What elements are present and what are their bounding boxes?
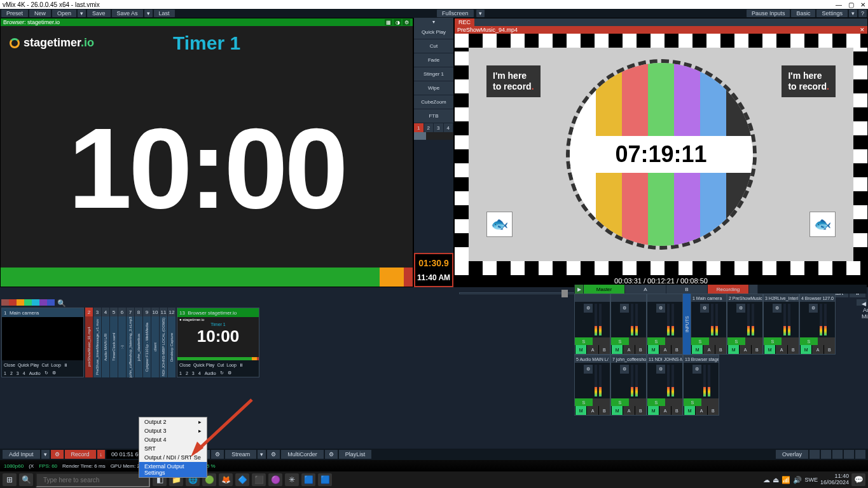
mixer-channel[interactable]: ⚙SMAB	[647, 294, 683, 355]
input-ov-2[interactable]: 2	[186, 371, 188, 376]
input-loop[interactable]: Loop	[226, 363, 237, 367]
save-button[interactable]: Save	[87, 10, 111, 17]
input-ov-3[interactable]: 3	[192, 371, 195, 376]
playlist-gear-icon[interactable]: ⚙	[325, 450, 338, 459]
playlist-button[interactable]: PlayList	[339, 450, 372, 459]
taskbar-clock[interactable]: 11:40 16/06/2024	[820, 473, 849, 486]
input-ov-2[interactable]: 2	[10, 371, 13, 376]
view-5-icon[interactable]	[855, 450, 865, 459]
menu-output-3[interactable]: Output 3▸	[139, 426, 207, 435]
channel-gear-icon[interactable]: ⚙	[584, 365, 593, 374]
multicorder-gear-icon[interactable]: ⚙	[267, 450, 280, 459]
mixer-channel[interactable]: ⚙SMAB	[610, 294, 647, 355]
mixer-channel[interactable]: 4 Browser 127.0⚙SMAB	[799, 294, 836, 355]
fullscreen-button[interactable]: Fullscreen	[437, 10, 474, 17]
channel-gear-icon[interactable]: ⚙	[736, 304, 745, 313]
app3-icon[interactable]: ✳	[285, 473, 299, 486]
mixer-channel[interactable]: 7 john_coffeesho⚙SMAB	[610, 355, 647, 416]
input-pause-icon[interactable]: ⏸	[64, 363, 68, 367]
menu-output-ndi-srt[interactable]: Output / NDI / SRT Se	[139, 453, 207, 462]
input-strip-12[interactable]: 12Desktop Capture	[168, 308, 176, 377]
channel-gear-icon[interactable]: ⚙	[584, 304, 593, 313]
view-1-icon[interactable]	[809, 450, 820, 459]
swatch[interactable]	[24, 299, 32, 306]
tray-volume-icon[interactable]: 🔊	[793, 476, 802, 484]
input-ov-1[interactable]: 1	[179, 371, 182, 376]
add-input-button[interactable]: Add Input	[3, 450, 40, 459]
open-dropdown-icon[interactable]: ▾	[78, 10, 86, 17]
record-button[interactable]: Record	[65, 450, 96, 459]
input-strip-3[interactable]: 3PreShow_timerMessage_v1.mov	[93, 308, 101, 377]
tray-icon[interactable]: ⏏	[773, 476, 779, 484]
vmix-icon[interactable]: 🟦	[318, 473, 332, 486]
input-close[interactable]: Close	[4, 363, 15, 367]
search-icon[interactable]: 🔍	[57, 299, 65, 306]
app2-icon[interactable]: 🟣	[268, 473, 282, 486]
mixer-expand-icon[interactable]: ▶	[574, 285, 583, 294]
menu-external-settings[interactable]: External Output Settings	[139, 462, 207, 477]
preview-close-icon[interactable]: ▦	[385, 19, 392, 25]
input-ov-4[interactable]: 4	[23, 371, 25, 376]
input-strip-4[interactable]: 4Audio MAIN L/R	[102, 308, 109, 377]
app4-icon[interactable]: 🟦	[301, 473, 315, 486]
saveas-button[interactable]: Save As	[112, 10, 143, 17]
search-icon[interactable]: 🔍	[19, 473, 33, 486]
program-close-icon[interactable]: ✕	[860, 27, 865, 33]
preview-gear-icon[interactable]: ⚙	[403, 19, 410, 25]
mixer-channel[interactable]: 3 H2RLive_Interl⚙SMAB	[763, 294, 799, 355]
maximize-icon[interactable]: ▢	[848, 1, 854, 8]
taskbar-search[interactable]	[36, 473, 150, 487]
input-strip-11[interactable]: 11NDI JOHNS-MBP LOCAL (OOMS)	[160, 308, 167, 377]
record-gear-icon[interactable]: ⚙	[51, 450, 64, 459]
tray-network-icon[interactable]: 📶	[782, 476, 790, 484]
fullscreen-dropdown-icon[interactable]: ▾	[476, 10, 485, 17]
input-audio[interactable]: Audio	[205, 371, 216, 376]
new-button[interactable]: New	[29, 10, 51, 17]
input-card-13[interactable]: 13 Browser stagetimer.io ● stagetimer.io…	[177, 308, 259, 377]
mixer-channel[interactable]: ⚙SMAB	[574, 294, 610, 355]
input-cut[interactable]: Cut	[41, 363, 48, 367]
input-strip-2[interactable]: 2preShowMusic_91.mp4	[85, 308, 93, 377]
input-ov-1[interactable]: 1	[4, 371, 6, 376]
menu-output-4[interactable]: Output 4	[139, 435, 207, 444]
start-icon[interactable]: ⊞	[3, 473, 17, 486]
settings-dropdown-icon[interactable]: ▾	[849, 10, 857, 17]
overlay-2[interactable]: 2	[424, 123, 434, 132]
fullscreen-split-btn[interactable]: ▾	[414, 18, 453, 25]
stream-button[interactable]: Stream	[225, 450, 256, 459]
cubezoom-button[interactable]: CubeZoom	[414, 95, 453, 109]
channel-gear-icon[interactable]: ⚙	[620, 304, 629, 313]
menu-output-2[interactable]: Output 2▸	[139, 417, 207, 426]
swatch[interactable]	[9, 299, 17, 306]
pause-inputs-button[interactable]: Pause Inputs	[747, 10, 790, 17]
tray-lang[interactable]: SWE	[804, 477, 818, 483]
input-gear-icon[interactable]: ⚙	[52, 370, 56, 376]
preset-button[interactable]: Preset	[1, 10, 28, 17]
input-quickplay[interactable]: Quick Play	[18, 363, 39, 367]
channel-gear-icon[interactable]: ⚙	[656, 304, 665, 313]
input-ov-4[interactable]: 4	[198, 371, 201, 376]
input-pause-icon[interactable]: ⏸	[239, 363, 244, 367]
input-strip-6[interactable]: 6:-)	[118, 308, 126, 377]
notifications-icon[interactable]: 💬	[851, 473, 865, 486]
swatch[interactable]	[1, 299, 9, 306]
input-strip-5[interactable]: 5TimerClock.xaml	[110, 308, 118, 377]
channel-gear-icon[interactable]: ⚙	[700, 304, 709, 313]
input-card-1[interactable]: 1 Main camera Close Quick Play Cut Loop …	[1, 308, 84, 377]
input-gear-icon[interactable]: ⚙	[228, 370, 231, 376]
mixer-channel[interactable]: 1 Main camera⚙SMAB	[691, 294, 727, 355]
input-audio[interactable]: Audio	[29, 371, 41, 376]
view-3-icon[interactable]	[832, 450, 843, 459]
tray-icon[interactable]: ☁	[763, 476, 770, 484]
firefox-icon[interactable]: 🦊	[219, 473, 233, 486]
saveas-dropdown-icon[interactable]: ▾	[144, 10, 153, 17]
record-dropdown-icon[interactable]: ↓	[97, 450, 106, 459]
help-button[interactable]: ?	[858, 10, 867, 17]
stream-gear-icon[interactable]: ⚙	[211, 450, 224, 459]
input-strip-9[interactable]: 9Cptgear:F1101p - WebMedia	[143, 308, 151, 377]
overlay-3[interactable]: 3	[434, 123, 444, 132]
input-quickplay[interactable]: Quick Play	[193, 363, 214, 367]
input-strip-10[interactable]: 10client	[151, 308, 159, 377]
bus-master[interactable]: Master	[583, 285, 624, 294]
view-4-icon[interactable]	[844, 450, 854, 459]
